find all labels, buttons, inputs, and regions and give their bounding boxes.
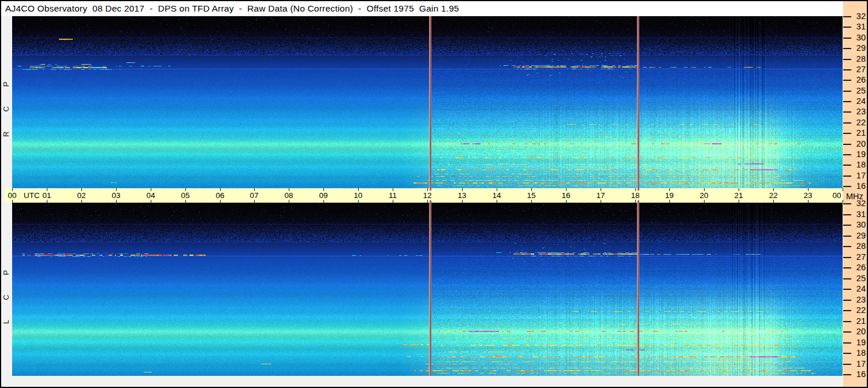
time-tick	[254, 200, 255, 203]
rcp-polarization-label: RCP	[2, 68, 10, 137]
event-line-tick	[430, 200, 431, 203]
freq-tick	[843, 59, 851, 60]
time-tick	[566, 200, 567, 203]
freq-tick-label: 25	[853, 273, 866, 283]
freq-tick	[843, 203, 851, 204]
freq-tick	[843, 101, 851, 102]
freq-tick	[843, 16, 851, 17]
freq-tick-label: 17	[853, 170, 866, 181]
freq-tick-label: 25	[853, 85, 866, 96]
freq-tick	[843, 310, 851, 311]
window-title: AJ4CO Observatory 08 Dec 2017 - DPS on T…	[1, 3, 459, 14]
freq-tick-label: 22	[853, 117, 866, 128]
freq-tick	[843, 300, 851, 301]
time-tick-label: 10	[351, 191, 366, 200]
time-tick	[462, 200, 463, 203]
freq-tick-label: 16	[853, 181, 866, 191]
time-tick-label: 04	[143, 191, 158, 200]
freq-tick-label: 21	[853, 128, 866, 138]
freq-tick	[843, 353, 851, 354]
freq-tick	[843, 321, 851, 322]
lcp-polarization-label: LCP	[2, 255, 10, 324]
freq-tick-label: 26	[853, 262, 866, 273]
freq-tick-label: 22	[853, 305, 866, 315]
time-tick	[739, 200, 739, 203]
freq-tick-label: 29	[853, 230, 866, 241]
freq-tick	[843, 91, 851, 92]
time-tick-label: 18	[628, 191, 643, 200]
time-tick	[220, 200, 221, 203]
time-tick-label: 12	[420, 191, 435, 200]
time-tick-label: 21	[731, 191, 746, 200]
freq-tick	[843, 186, 851, 187]
time-tick	[427, 200, 428, 203]
time-tick-label: 13	[455, 191, 470, 200]
time-tick-label: 08	[281, 191, 296, 200]
freq-tick	[843, 236, 851, 237]
time-tick	[47, 200, 47, 203]
time-tick	[773, 200, 774, 203]
freq-tick	[843, 111, 851, 113]
time-tick	[358, 200, 359, 203]
freq-tick-label: 21	[853, 316, 866, 326]
freq-tick	[843, 48, 851, 49]
time-tick	[601, 200, 601, 203]
freq-tick	[843, 214, 851, 215]
time-tick-label: 11	[385, 191, 400, 200]
time-tick	[393, 200, 393, 203]
lcp-label-text: LCP	[2, 251, 10, 324]
freq-tick	[843, 69, 851, 70]
freq-tick	[843, 225, 851, 226]
event-line-tick	[638, 188, 639, 191]
freq-tick-label: 23	[853, 294, 866, 305]
time-tick-label: 23	[800, 191, 815, 200]
utc-unit-label: UTC	[24, 191, 40, 200]
time-tick-label: 15	[524, 191, 539, 200]
freq-tick	[843, 144, 851, 145]
freq-tick-label: 31	[853, 21, 866, 32]
title-bar: AJ4CO Observatory 08 Dec 2017 - DPS on T…	[1, 1, 843, 16]
time-tick	[635, 200, 636, 203]
time-tick	[497, 200, 497, 203]
time-tick	[151, 200, 151, 203]
time-tick-label: 03	[109, 191, 124, 200]
time-tick-label: 02	[74, 191, 89, 200]
time-tick-label: 14	[489, 191, 504, 200]
event-line-tick	[430, 188, 431, 191]
freq-tick-label: 31	[853, 209, 866, 219]
event-line-tick	[638, 200, 639, 203]
freq-tick	[843, 331, 851, 333]
freq-tick-label: 23	[853, 106, 866, 117]
freq-tick-label: 32	[853, 11, 866, 21]
rcp-spectrogram-canvas	[12, 16, 843, 188]
time-tick-label: 20	[696, 191, 711, 200]
lcp-spectrogram-canvas	[12, 203, 843, 376]
freq-tick	[843, 278, 851, 279]
freq-tick	[843, 80, 851, 81]
freq-tick-label: 18	[853, 159, 866, 170]
time-tick-label: 09	[316, 191, 331, 200]
freq-tick	[843, 257, 851, 258]
freq-tick-label: 19	[853, 149, 866, 159]
freq-tick-label: 27	[853, 252, 866, 262]
freq-tick-label: 30	[853, 32, 866, 43]
time-tick-label: 19	[662, 191, 677, 200]
time-tick	[289, 200, 289, 203]
mhz-unit-label: MHz	[846, 191, 863, 202]
time-tick	[704, 200, 705, 203]
freq-tick	[843, 165, 851, 166]
time-tick	[669, 200, 670, 203]
time-tick	[323, 200, 324, 203]
freq-tick	[843, 122, 851, 124]
freq-tick-label: 19	[853, 337, 866, 348]
freq-tick-label: 29	[853, 43, 866, 53]
freq-tick-label: 24	[853, 283, 866, 294]
time-tick-label: 00	[829, 191, 844, 200]
freq-tick	[843, 176, 851, 177]
freq-tick-label: 28	[853, 54, 866, 64]
freq-tick	[843, 246, 851, 247]
freq-tick	[843, 289, 851, 290]
freq-tick-label: 27	[853, 64, 866, 74]
freq-tick	[843, 267, 851, 268]
time-tick	[808, 200, 809, 203]
